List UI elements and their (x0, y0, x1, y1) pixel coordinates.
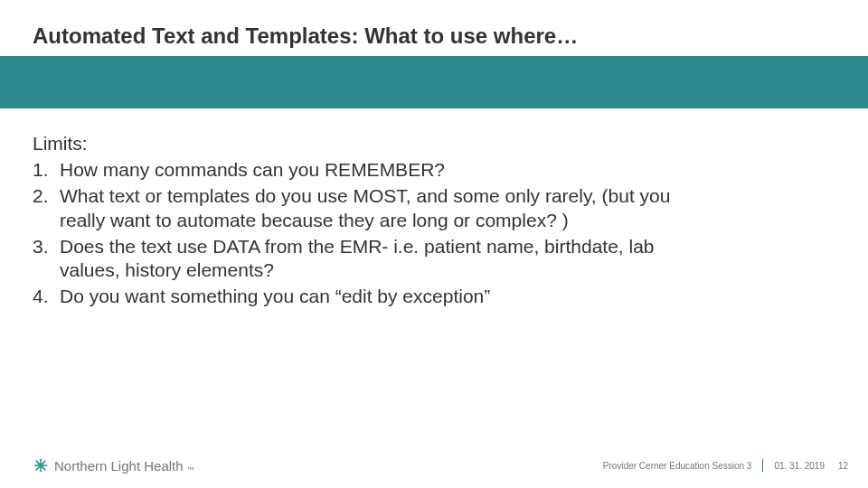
page-number: 12 (835, 461, 848, 471)
brand-logo: Northern Light Health ™ (33, 457, 196, 474)
header-band (0, 56, 868, 108)
brand-name: Northern Light Health (54, 458, 184, 474)
logo-icon (33, 457, 49, 474)
slide: Automated Text and Templates: What to us… (0, 0, 868, 488)
limits-list: How many commands can you REMEMBER? What… (33, 158, 684, 309)
session-label: Provider Cerner Education Session 3 (603, 461, 752, 471)
list-item: What text or templates do you use MOST, … (33, 184, 684, 233)
footer-separator (762, 459, 763, 472)
trademark-symbol: ™ (187, 465, 194, 474)
body-text: Limits: How many commands can you REMEMB… (33, 132, 684, 311)
list-item: How many commands can you REMEMBER? (33, 158, 684, 183)
limits-heading: Limits: (33, 132, 684, 156)
list-item: Do you want something you can “edit by e… (33, 285, 684, 309)
footer-meta: Provider Cerner Education Session 3 01. … (603, 459, 848, 472)
footer-date: 01. 31. 2019 (774, 461, 825, 471)
footer: Northern Light Health ™ Provider Cerner … (0, 446, 868, 488)
slide-title: Automated Text and Templates: What to us… (33, 23, 578, 49)
list-item: Does the text use DATA from the EMR- i.e… (33, 235, 684, 284)
